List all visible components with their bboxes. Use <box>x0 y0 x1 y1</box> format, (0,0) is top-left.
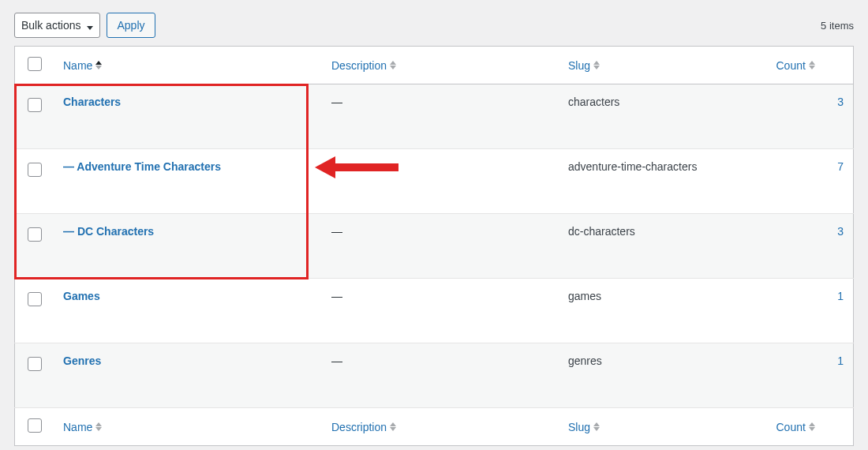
row-title-link[interactable]: Genres <box>63 354 101 367</box>
sort-indicator-icon <box>809 422 815 431</box>
tablenav-top: Bulk actions Apply 5 items <box>14 13 854 38</box>
row-description: — <box>331 96 342 108</box>
column-count-header[interactable]: Count <box>776 59 815 72</box>
row-description: — <box>331 225 342 238</box>
row-checkbox[interactable] <box>28 227 42 242</box>
row-slug: games <box>559 279 767 343</box>
column-name-footer[interactable]: Name <box>63 421 102 433</box>
column-slug-label: Slug <box>568 59 590 72</box>
row-title-link[interactable]: Characters <box>63 96 121 108</box>
row-description: — <box>331 290 342 302</box>
row-title-link[interactable]: — Adventure Time Characters <box>63 160 221 173</box>
row-slug: characters <box>559 84 767 149</box>
row-checkbox[interactable] <box>28 98 42 112</box>
column-count-label: Count <box>776 421 806 433</box>
column-name-label: Name <box>63 421 92 433</box>
row-count-link[interactable]: 1 <box>837 354 844 367</box>
row-slug: adventure-time-characters <box>559 149 767 214</box>
sort-indicator-icon <box>95 61 102 69</box>
column-count-label: Count <box>776 59 806 72</box>
apply-button[interactable]: Apply <box>107 13 155 38</box>
chevron-down-icon <box>85 19 93 32</box>
row-slug: dc-characters <box>559 214 767 279</box>
table-row: — DC Characters—dc-characters3 <box>15 214 854 279</box>
column-slug-header[interactable]: Slug <box>568 59 600 72</box>
row-count-link[interactable]: 3 <box>837 96 844 108</box>
column-description-header[interactable]: Description <box>331 59 396 72</box>
table-row: Games—games1 <box>15 279 854 343</box>
row-count-link[interactable]: 1 <box>837 290 844 302</box>
row-title-link[interactable]: Games <box>63 290 100 302</box>
column-slug-footer[interactable]: Slug <box>568 421 600 433</box>
row-count-link[interactable]: 3 <box>837 225 844 238</box>
column-description-label: Description <box>331 421 387 433</box>
bulk-actions-group: Bulk actions Apply <box>14 13 155 38</box>
column-description-label: Description <box>331 59 387 72</box>
items-count-top: 5 items <box>821 20 854 32</box>
row-checkbox[interactable] <box>28 357 42 371</box>
select-all-bottom[interactable] <box>28 418 42 433</box>
row-slug: genres <box>559 343 767 408</box>
sort-indicator-icon <box>390 61 396 69</box>
sort-indicator-icon <box>593 422 600 431</box>
row-checkbox[interactable] <box>28 292 42 306</box>
table-row: Characters—characters3 <box>15 84 854 149</box>
sort-indicator-icon <box>390 422 396 431</box>
bulk-actions-select[interactable]: Bulk actions <box>14 13 100 38</box>
column-name-label: Name <box>63 59 92 72</box>
bulk-actions-label: Bulk actions <box>21 19 80 32</box>
sort-indicator-icon <box>593 61 600 69</box>
row-count-link[interactable]: 7 <box>837 160 844 173</box>
column-slug-label: Slug <box>568 421 590 433</box>
admin-table-wrap: Bulk actions Apply 5 items Name Descript… <box>14 13 854 450</box>
table-row: — Adventure Time Charactersadventure-tim… <box>15 149 854 214</box>
column-count-footer[interactable]: Count <box>776 421 815 433</box>
row-description: — <box>331 354 342 367</box>
column-description-footer[interactable]: Description <box>331 421 396 433</box>
table-row: Genres—genres1 <box>15 343 854 408</box>
select-all-top[interactable] <box>28 57 42 71</box>
taxonomy-table: Name Description Slug <box>14 46 854 446</box>
row-checkbox[interactable] <box>28 163 42 177</box>
sort-indicator-icon <box>95 422 102 431</box>
column-name-header[interactable]: Name <box>63 59 102 72</box>
sort-indicator-icon <box>809 61 815 69</box>
row-title-link[interactable]: — DC Characters <box>63 225 154 238</box>
